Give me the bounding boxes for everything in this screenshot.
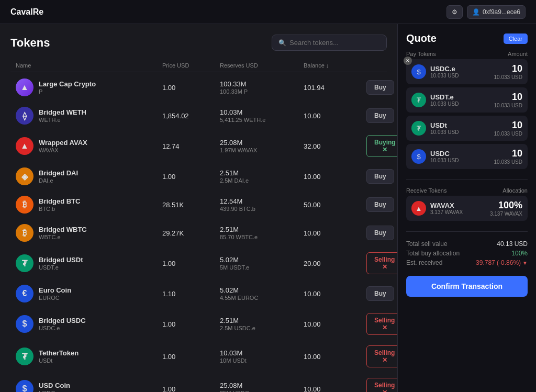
receive-token-icon: ▲	[411, 201, 426, 216]
price-cell: 1.00	[162, 173, 220, 181]
sell-value-row: Total sell value 40.13 USD	[406, 239, 528, 249]
allocation-label: Allocation	[502, 187, 528, 194]
actions-cell: Selling ✕	[366, 313, 397, 335]
receive-tokens-header: Receive Tokens Allocation	[406, 187, 528, 194]
token-icon: ₮	[16, 254, 34, 272]
search-box: 🔍	[272, 35, 387, 51]
clear-button[interactable]: Clear	[504, 33, 528, 44]
buy-button[interactable]: Buy	[366, 286, 394, 301]
reserve-main: 10.03M	[220, 349, 304, 357]
reserve-sub: 10M USDt	[220, 357, 304, 364]
reserve-sub: 439.90 BTC.b	[220, 206, 304, 212]
token-info: ▲ Large Cap Crypto P	[16, 79, 162, 96]
buy-button[interactable]: Buy	[366, 80, 394, 95]
receive-sub: 3.137 WAVAX	[490, 211, 522, 217]
pay-token-icon: ₮	[411, 93, 426, 107]
balance-cell: 10.00	[304, 112, 366, 120]
reserve-sub: 25M USDC	[220, 390, 304, 392]
token-icon: ◈	[16, 167, 34, 185]
reserves-cell: 10.03M 10M USDt	[220, 349, 304, 364]
pay-token-name: USDC.e	[430, 65, 459, 73]
token-icon: ▲	[16, 79, 34, 96]
reserves-cell: 100.33M 100.33M P	[220, 80, 304, 95]
balance-cell: 10.00	[304, 229, 366, 237]
token-info: ⟠ Bridged WETH WETH.e	[16, 107, 162, 125]
settings-button[interactable]: ⚙	[446, 5, 463, 19]
reserve-main: 25.08M	[220, 382, 304, 389]
token-icon: ₮	[16, 348, 34, 365]
remove-pay-token-button[interactable]: ✕	[404, 57, 412, 65]
app-header: CavalRe ⚙ 👤 0xf9a9...ece6	[0, 0, 536, 24]
receive-label: Receive Tokens	[406, 187, 446, 194]
actions-cell: Buy Sell	[366, 108, 397, 123]
search-input[interactable]	[289, 39, 380, 47]
table-row: € Euro Coin EUROC 1.10 5.02M 4.55M EUROC…	[10, 279, 387, 308]
quote-title: Quote	[406, 32, 437, 44]
table-row: ⟠ Bridged WETH WETH.e 1,854.02 10.03M 5,…	[10, 102, 387, 130]
price-cell: 12.74	[162, 142, 220, 150]
selling-button[interactable]: Selling ✕	[366, 313, 397, 335]
receive-token-list: ▲ WAVAX 3.137 WAVAX 100% 3.137 WAVAX	[406, 196, 528, 221]
buy-button[interactable]: Buy	[366, 197, 394, 212]
table-row: ₿ Bridged WBTC WBTC.e 29.27K 2.51M 85.70…	[10, 219, 387, 247]
pay-token-name: USDT.e	[430, 93, 459, 101]
token-icon: €	[16, 285, 34, 303]
token-sub: USDT.e	[39, 264, 83, 271]
pay-amount-usd: 10.033 USD	[494, 159, 522, 165]
tokens-title: Tokens	[10, 36, 50, 50]
selling-button[interactable]: Selling ✕	[366, 345, 397, 367]
divider	[406, 180, 528, 180]
summary-section: Total sell value 40.13 USD Total buy all…	[406, 239, 528, 267]
token-name: USD Coin	[39, 382, 70, 389]
actions-cell: Buy Sell	[366, 197, 397, 212]
token-sub: USDC.e	[39, 325, 86, 331]
balance-cell: 101.94	[304, 84, 366, 92]
token-icon: ⟠	[16, 107, 34, 125]
reserve-main: 2.51M	[220, 317, 304, 324]
wallet-button[interactable]: 👤 0xf9a9...ece6	[467, 5, 526, 19]
buy-button[interactable]: Buy	[366, 169, 394, 184]
tokens-panel: Tokens 🔍 Name Price USD Reserves USD Bal…	[0, 24, 397, 392]
selling-button[interactable]: Selling ✕	[366, 252, 397, 274]
price-cell: 1.00	[162, 320, 220, 328]
token-sub: BTC.b	[39, 206, 80, 212]
balance-cell: 10.00	[304, 173, 366, 181]
pay-token-list: ✕ $ USDC.e 10.033 USD 10 10.033 USD ₮ US…	[406, 59, 528, 169]
actions-cell: Buying ✕	[366, 135, 397, 157]
balance-cell: 10.00	[304, 290, 366, 298]
token-sub: WETH.e	[39, 117, 86, 123]
price-cell: 1.10	[162, 290, 220, 298]
reserve-sub: 4.55M EUROC	[220, 295, 304, 301]
token-name: Euro Coin	[39, 286, 71, 294]
actions-cell: Buy Sell	[366, 226, 397, 240]
reserves-cell: 12.54M 439.90 BTC.b	[220, 197, 304, 212]
app-logo: CavalRe	[10, 7, 43, 17]
selling-button[interactable]: Selling ✕	[366, 378, 397, 392]
buying-button[interactable]: Buying ✕	[366, 135, 397, 157]
amount-label: Amount	[508, 51, 528, 57]
buy-button[interactable]: Buy	[366, 108, 394, 123]
table-row: ▲ Wrapped AVAX WAVAX 12.74 25.08M 1.97M …	[10, 130, 387, 162]
buy-button[interactable]: Buy	[366, 226, 394, 240]
actions-cell: Selling ✕	[366, 378, 397, 392]
table-row: ▲ Large Cap Crypto P 1.00 100.33M 100.33…	[10, 73, 387, 102]
pay-token-amount: 10 10.033 USD	[494, 63, 522, 80]
est-received-row: Est. received 39.787 (-0.86%) ▼	[406, 258, 528, 267]
price-cell: 1.00	[162, 353, 220, 361]
pay-token-sub: 10.033 USD	[430, 101, 459, 107]
actions-cell: Selling ✕	[366, 252, 397, 274]
receive-token-name: WAVAX	[430, 201, 463, 209]
token-sub: USDt	[39, 357, 79, 364]
pay-token-sub: 10.033 USD	[430, 129, 459, 135]
sell-label: Total sell value	[406, 240, 448, 248]
pay-token-item: ✕ $ USDC.e 10.033 USD 10 10.033 USD	[406, 59, 528, 84]
reserve-sub: 1.97M WAVAX	[220, 147, 304, 153]
reserves-cell: 2.51M 85.70 WBTC.e	[220, 226, 304, 240]
divider2	[406, 231, 528, 232]
confirm-button[interactable]: Confirm Transaction	[406, 276, 528, 297]
pay-amount-value: 10	[494, 63, 522, 74]
pay-token-name: USDC	[430, 150, 459, 158]
token-name: Bridged WBTC	[39, 226, 87, 233]
token-info: ₮ Bridged USDt USDT.e	[16, 254, 162, 272]
reserve-main: 12.54M	[220, 197, 304, 205]
